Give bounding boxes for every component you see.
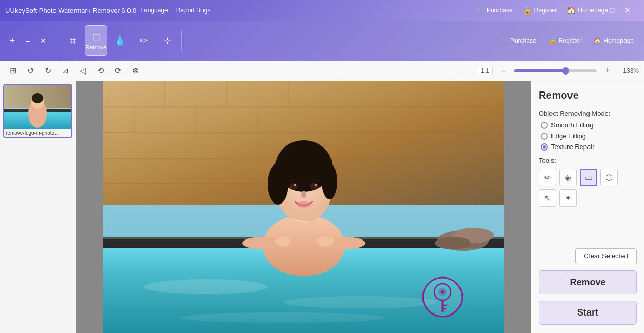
svg-point-22: [144, 279, 268, 294]
crop-icon: ⌗: [70, 35, 76, 47]
ai-tool-btn[interactable]: ↖: [539, 189, 556, 207]
zoom-slider-fill: [514, 69, 564, 72]
zoom-ratio: 1:1: [477, 66, 493, 76]
thumbnail-item[interactable]: remove-logo-in-photo...: [3, 84, 72, 138]
tools-section: Tools: ✏ ◈ ▭ ⬡ ↖ ✦: [539, 157, 637, 207]
svg-point-6: [32, 93, 43, 103]
photo-container: [76, 81, 531, 333]
clear-selected-button[interactable]: Clear Selected: [575, 248, 637, 264]
toolbar-close-button[interactable]: ✕: [36, 33, 50, 48]
toolbar-separator-1: [58, 30, 58, 51]
zoom-slider-thumb[interactable]: [562, 67, 569, 75]
toolbar-minimize-button[interactable]: –: [21, 33, 35, 48]
title-bar: U UkeySoft Photo Watermark Remover 6.0.0…: [0, 0, 644, 21]
svg-point-53: [435, 237, 471, 249]
toolbar-lock-icon: 🔒: [549, 37, 557, 44]
toolbar-home-icon: 🏠: [594, 37, 601, 44]
cart-icon: 🛒: [476, 6, 485, 14]
texture-repair-label: Texture Repair: [551, 143, 595, 151]
main-toolbar: + – ✕ ⌗ ◻ Remove 💧 ✏ ⊹ 🛒 Purchase 🔒 Regi…: [0, 21, 644, 61]
clear-selected-container: Clear Selected: [539, 248, 637, 264]
home-icon: 🏠: [567, 6, 576, 14]
language-link[interactable]: Language: [136, 5, 172, 16]
zoom-percent-label: 133%: [618, 67, 639, 75]
remove-button[interactable]: Remove: [539, 270, 637, 294]
toolbar-cart-icon: 🛒: [501, 37, 508, 44]
panel-title: Remove: [539, 89, 637, 101]
lock-icon: 🔒: [523, 6, 532, 14]
pencil-tool-btn[interactable]: ✏: [539, 169, 556, 186]
redo-btn[interactable]: ⟳: [110, 64, 125, 78]
edge-filling-label: Edge Filling: [551, 132, 586, 140]
edit-toolbar: ⊞ ↺ ↻ ⊿ ◁ ⟲ ⟳ ⊗ 1:1 – + 133%: [0, 61, 644, 81]
flip-h-btn[interactable]: ⊿: [58, 64, 73, 78]
app-icon: U: [5, 7, 10, 14]
thumbnail-image: [4, 85, 71, 129]
purchase-link[interactable]: 🛒 Purchase: [471, 4, 518, 16]
remove-tool-button[interactable]: ◻ Remove: [85, 25, 107, 56]
pick-icon: ⊹: [163, 35, 171, 46]
edge-filling-option[interactable]: Edge Filling: [541, 132, 637, 140]
homepage-link[interactable]: 🏠 Homepage: [562, 4, 613, 16]
tools-grid: ✏ ◈ ▭ ⬡ ↖ ✦: [539, 169, 637, 207]
smooth-radio-circle[interactable]: [541, 122, 548, 129]
toolbar-nav: 🛒 Purchase 🔒 Register 🏠 Homepage: [495, 35, 639, 46]
polygon-tool-btn[interactable]: ⬡: [600, 169, 618, 186]
svg-point-23: [283, 296, 437, 308]
smooth-filling-label: Smooth Filling: [551, 121, 593, 129]
toolbar-separator-2: [181, 30, 182, 51]
toolbar-purchase[interactable]: 🛒 Purchase: [495, 35, 542, 46]
flip-v-btn[interactable]: ◁: [75, 64, 90, 78]
svg-point-31: [268, 163, 288, 205]
zoom-controls: 1:1 – + 133%: [477, 64, 639, 78]
app-title: UkeySoft Photo Watermark Remover 6.0.0: [10, 7, 136, 14]
main-photo: [103, 81, 504, 333]
main-content: remove-logo-in-photo...: [0, 81, 644, 333]
fill-icon: 💧: [114, 35, 125, 46]
register-link[interactable]: 🔒 Register: [518, 4, 562, 16]
svg-point-43: [328, 240, 333, 245]
fill-tool-button[interactable]: 💧: [108, 25, 131, 56]
cancel-btn[interactable]: ⊗: [127, 64, 143, 78]
remove-tool-icon: ◻: [93, 31, 100, 42]
start-button[interactable]: Start: [539, 301, 637, 325]
pick-tool-button[interactable]: ⊹: [156, 25, 178, 56]
texture-repair-option[interactable]: Texture Repair: [541, 143, 637, 151]
file-sidebar: remove-logo-in-photo...: [0, 81, 76, 333]
brush-icon: ✏: [140, 35, 148, 46]
toolbar-homepage[interactable]: 🏠 Homepage: [588, 35, 639, 46]
marker-tool-btn[interactable]: ◈: [559, 169, 577, 186]
zoom-in-btn[interactable]: +: [600, 64, 615, 78]
svg-point-38: [297, 201, 311, 208]
move-tool-btn[interactable]: ⊞: [5, 64, 21, 78]
canvas-area[interactable]: [76, 81, 531, 333]
zoom-out-btn[interactable]: –: [496, 64, 511, 78]
thumbnail-label: remove-logo-in-photo...: [4, 129, 71, 137]
svg-point-40: [275, 236, 291, 247]
toolbar-add-button[interactable]: +: [5, 33, 20, 48]
tools-section-label: Tools:: [539, 157, 637, 164]
report-bugs-link[interactable]: Report Bugs: [172, 5, 215, 16]
spacer: [539, 213, 637, 242]
thumb-svg: [4, 85, 71, 129]
texture-radio-circle[interactable]: [541, 143, 548, 151]
rotate-left-btn[interactable]: ↺: [23, 64, 38, 78]
rotate-right-btn[interactable]: ↻: [40, 64, 56, 78]
smooth-filling-option[interactable]: Smooth Filling: [541, 121, 637, 129]
right-panel: Remove Object Removing Mode: Smooth Fill…: [531, 81, 644, 333]
nav-links: 🛒 Purchase 🔒 Register 🏠 Homepage: [471, 0, 613, 21]
crop-tool-button[interactable]: ⌗: [61, 25, 84, 56]
mode-label: Object Removing Mode:: [539, 109, 637, 117]
zoom-slider[interactable]: [514, 69, 597, 72]
close-button[interactable]: ✕: [620, 3, 635, 17]
svg-point-33: [289, 183, 298, 190]
magic-tool-btn[interactable]: ✦: [559, 189, 577, 207]
svg-point-37: [301, 191, 306, 198]
toolbar-register[interactable]: 🔒 Register: [544, 35, 587, 46]
undo-btn[interactable]: ⟲: [93, 64, 108, 78]
brush-tool-button[interactable]: ✏: [132, 25, 155, 56]
svg-point-24: [180, 312, 386, 323]
rect-tool-btn[interactable]: ▭: [580, 169, 597, 186]
svg-point-32: [322, 163, 337, 199]
edge-radio-circle[interactable]: [541, 133, 548, 140]
